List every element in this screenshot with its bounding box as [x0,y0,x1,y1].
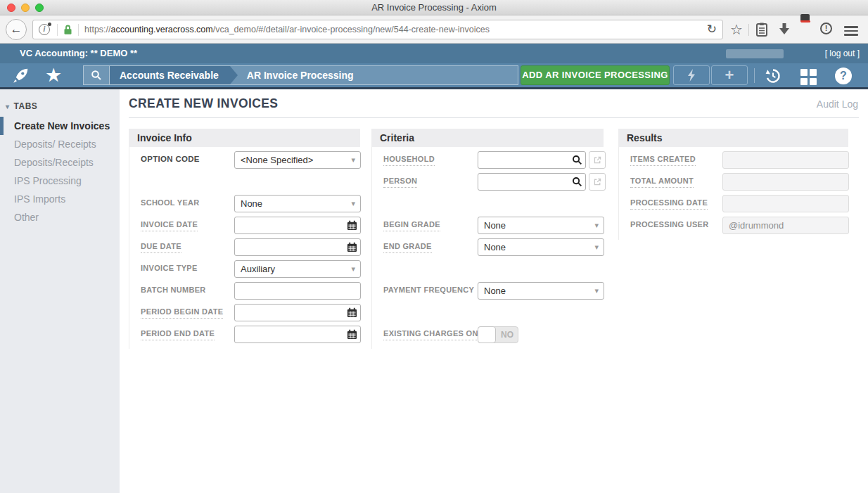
rocket-icon[interactable] [11,67,30,85]
reading-list-icon[interactable] [755,23,768,37]
school-year-select[interactable]: None ▾ [234,195,361,212]
app-title: VC Accounting: ** DEMO ** [20,44,137,63]
search-icon[interactable] [568,155,585,165]
panel-title: Invoice Info [129,129,360,147]
sidebar-item-label: Deposits/ Receipts [14,139,96,150]
chevron-down-icon: ▾ [594,217,599,233]
sidebar-item-ips-processing[interactable]: IPS Processing [0,172,120,190]
end-grade-value: None [484,242,506,252]
calendar-icon[interactable] [343,242,360,252]
divider [748,24,749,36]
minimize-button[interactable] [21,4,30,12]
calendar-icon[interactable] [343,220,360,231]
sidebar-tabs-header[interactable]: ▾TABS [6,101,37,111]
begin-grade-value: None [484,220,506,231]
extension-badge-box [800,14,810,23]
chevron-down-icon: ▾ [351,196,355,212]
sidebar-item-ips-imports[interactable]: IPS Imports [0,190,120,208]
chevron-down-icon: ▾ [594,239,599,255]
period-end-date-field[interactable] [234,326,361,343]
url-domain: accounting.veracross.com [111,25,213,34]
processing-user-label: PROCESSING USER [630,219,708,231]
existing-charges-only-toggle[interactable]: NO [478,326,518,343]
begin-grade-select[interactable]: None ▾ [478,217,604,234]
sidebar-item-label: IPS Imports [14,193,65,205]
identity-badge-dot [48,23,51,26]
search-icon[interactable] [568,177,585,187]
calendar-icon[interactable] [343,329,360,340]
person-input[interactable] [478,174,568,189]
menu-icon[interactable] [844,26,858,38]
invoice-date-input[interactable] [235,218,343,233]
payment-frequency-select[interactable]: None ▾ [478,282,604,300]
invoice-date-label: INVOICE DATE [141,219,198,231]
help-icon[interactable]: ? [835,68,852,84]
household-label: HOUSEHOLD [383,154,435,166]
apps-grid-icon[interactable] [800,69,817,85]
total-amount-label: TOTAL AMOUNT [630,176,694,188]
extension-info-icon[interactable]: ! [820,23,832,34]
sidebar-item-other[interactable]: Other [0,208,120,226]
processing-date-label: PROCESSING DATE [630,198,708,210]
panel-title: Results [618,129,848,147]
invoice-type-select[interactable]: Auxiliary ▾ [234,260,361,278]
history-icon[interactable] [765,68,781,84]
person-open-record-button[interactable] [589,173,606,191]
sidebar-item-deposits-receipts-2[interactable]: Deposits/Receipts [0,153,120,172]
period-begin-date-field[interactable] [234,304,361,321]
audit-log-link[interactable]: Audit Log [817,98,858,110]
household-input[interactable] [478,153,568,167]
page-title: CREATE NEW INVOICES [129,96,278,111]
period-begin-date-input[interactable] [235,305,343,320]
option-code-select[interactable]: <None Specified> ▾ [234,151,361,169]
batch-number-field[interactable] [234,282,361,300]
sidebar-item-deposits-receipts-1[interactable]: Deposits/ Receipts [0,135,120,153]
lightning-icon [687,68,696,82]
add-button[interactable]: + [711,65,748,85]
existing-charges-only-label: EXISTING CHARGES ONLY? [383,328,492,340]
due-date-field[interactable] [234,238,361,256]
site-identity-icon[interactable]: i [39,24,50,35]
items-created-value [722,151,849,169]
url-path: /vca_demo/#/detail/ar-invoice-processing… [213,25,490,34]
search-button[interactable] [84,66,110,84]
household-open-record-button[interactable] [589,151,606,169]
invoice-type-label: INVOICE TYPE [141,263,198,274]
person-search-field[interactable] [478,173,586,191]
refresh-icon[interactable]: ↻ [707,20,717,39]
total-amount-value [722,173,849,191]
url-bar[interactable]: i https://accounting.veracross.com/vca_d… [32,20,723,39]
sidebar-item-label: Other [14,212,39,223]
period-end-date-input[interactable] [235,327,343,342]
chevron-down-icon: ▾ [6,103,10,110]
app-navbar: ★ Accounts Receivable AR Invoice Process… [0,63,868,89]
processing-date-value [722,195,849,212]
breadcrumb-section[interactable]: Accounts Receivable [110,66,230,84]
calendar-icon[interactable] [343,307,360,318]
external-link-icon [593,177,602,186]
batch-number-input[interactable] [235,283,360,298]
sidebar-item-label: IPS Processing [14,175,82,186]
begin-grade-label: BEGIN GRADE [383,219,440,231]
zoom-button[interactable] [35,4,44,12]
school-year-value: None [241,198,262,209]
end-grade-select[interactable]: None ▾ [478,238,604,256]
invoice-date-field[interactable] [234,217,361,234]
download-icon[interactable] [778,23,791,37]
url-text[interactable]: https://accounting.veracross.com/vca_dem… [84,25,490,34]
due-date-input[interactable] [235,240,343,255]
favorites-star-icon[interactable]: ★ [45,64,62,87]
logout-link[interactable]: [ log out ] [825,44,860,63]
back-button[interactable]: ← [6,19,27,40]
household-search-field[interactable] [478,151,586,169]
bookmark-star-icon[interactable]: ☆ [730,23,743,37]
payment-frequency-value: None [484,286,506,296]
chevron-down-icon: ▾ [351,152,355,168]
app-header: VC Accounting: ** DEMO ** [ log out ] [0,44,868,63]
sidebar-item-create-new-invoices[interactable]: Create New Invoices [0,117,120,135]
close-button[interactable] [7,4,15,12]
quick-actions-button[interactable] [673,65,710,85]
add-ar-invoice-processing-button[interactable]: ADD AR INVOICE PROCESSING [521,65,670,85]
period-begin-date-label: PERIOD BEGIN DATE [141,307,223,319]
sidebar: ▾TABS Create New Invoices Deposits/ Rece… [0,89,120,493]
